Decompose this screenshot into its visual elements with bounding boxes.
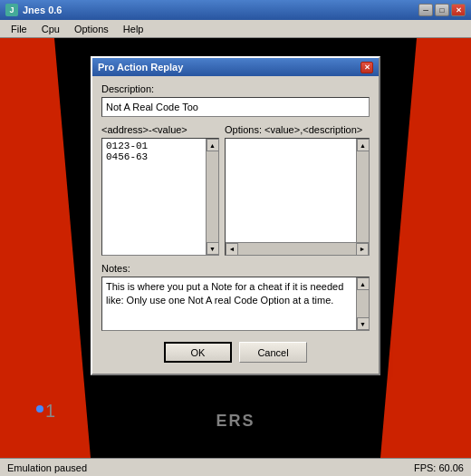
address-list[interactable]: 0123-01 0456-63 ▲ ▼: [101, 138, 219, 256]
dialog-close-button[interactable]: ✕: [360, 62, 373, 73]
options-scrollbar-v[interactable]: ▲ ▼: [356, 139, 369, 255]
options-scroll-track: [357, 151, 370, 242]
menu-bar: File Cpu Options Help: [0, 20, 471, 38]
notes-label: Notes:: [101, 263, 370, 274]
status-left: Emulation paused: [7, 462, 414, 473]
address-col-label: <address>-<value>: [101, 124, 219, 135]
address-list-content: 0123-01 0456-63: [102, 139, 218, 164]
menu-options[interactable]: Options: [67, 22, 116, 36]
list-area: 0123-01 0456-63 ▲ ▼ ▲: [101, 138, 370, 256]
minimize-button[interactable]: ─: [418, 4, 433, 16]
close-button[interactable]: ✕: [451, 4, 466, 16]
ok-button[interactable]: OK: [164, 342, 232, 363]
dialog-overlay: Pro Action Replay ✕ Description: <addres…: [0, 38, 471, 458]
address-scrollbar-v[interactable]: ▲ ▼: [206, 139, 218, 255]
dialog-title-bar: Pro Action Replay ✕: [92, 58, 379, 76]
notes-section: Notes: This is where you put a Note for …: [101, 263, 370, 331]
menu-help[interactable]: Help: [116, 22, 151, 36]
options-scroll-up[interactable]: ▲: [357, 139, 370, 151]
notes-scroll-up[interactable]: ▲: [357, 277, 370, 290]
dialog-title: Pro Action Replay: [98, 62, 360, 73]
list-item[interactable]: 0456-63: [106, 151, 215, 162]
status-bar: Emulation paused FPS: 60.06: [0, 458, 471, 476]
options-scroll-track-h: [238, 243, 356, 256]
dialog-content: Description: <address>-<value> Options: …: [92, 76, 379, 374]
pro-action-replay-dialog: Pro Action Replay ✕ Description: <addres…: [91, 56, 380, 375]
options-list[interactable]: ▲ ▼ ◄ ►: [225, 138, 370, 256]
app-icon: J: [5, 4, 18, 16]
menu-cpu[interactable]: Cpu: [34, 22, 67, 36]
scroll-track: [207, 151, 219, 242]
options-scroll-left[interactable]: ◄: [226, 243, 238, 256]
button-row: OK Cancel: [101, 338, 370, 366]
notes-scroll-down[interactable]: ▼: [357, 317, 370, 330]
window-controls: ─ □ ✕: [418, 4, 466, 16]
cancel-button[interactable]: Cancel: [239, 342, 307, 363]
scroll-up-arrow[interactable]: ▲: [207, 139, 219, 151]
menu-file[interactable]: File: [4, 22, 34, 36]
maximize-button[interactable]: □: [435, 4, 449, 16]
main-window: J Jnes 0.6 ─ □ ✕ File Cpu Options Help 1…: [0, 0, 471, 476]
description-input[interactable]: [101, 97, 370, 117]
app-title: Jnes 0.6: [23, 5, 418, 15]
options-scrollbar-h[interactable]: ◄ ►: [226, 242, 369, 255]
notes-content: This is where you put a Note for a cheat…: [102, 277, 369, 311]
notes-scrollbar-v[interactable]: ▲ ▼: [356, 277, 369, 330]
options-scroll-right[interactable]: ►: [356, 243, 369, 256]
notes-box: This is where you put a Note for a cheat…: [101, 277, 370, 331]
scroll-down-arrow[interactable]: ▼: [207, 242, 219, 255]
description-label: Description:: [101, 83, 370, 94]
list-item[interactable]: 0123-01: [106, 141, 215, 151]
status-fps: FPS: 60.06: [414, 462, 464, 473]
notes-scroll-track: [357, 290, 370, 317]
options-col-label: Options: <value>,<description>: [225, 124, 362, 135]
title-bar: J Jnes 0.6 ─ □ ✕: [0, 0, 471, 20]
options-list-content: [226, 139, 369, 142]
column-labels: <address>-<value> Options: <value>,<desc…: [101, 124, 370, 135]
